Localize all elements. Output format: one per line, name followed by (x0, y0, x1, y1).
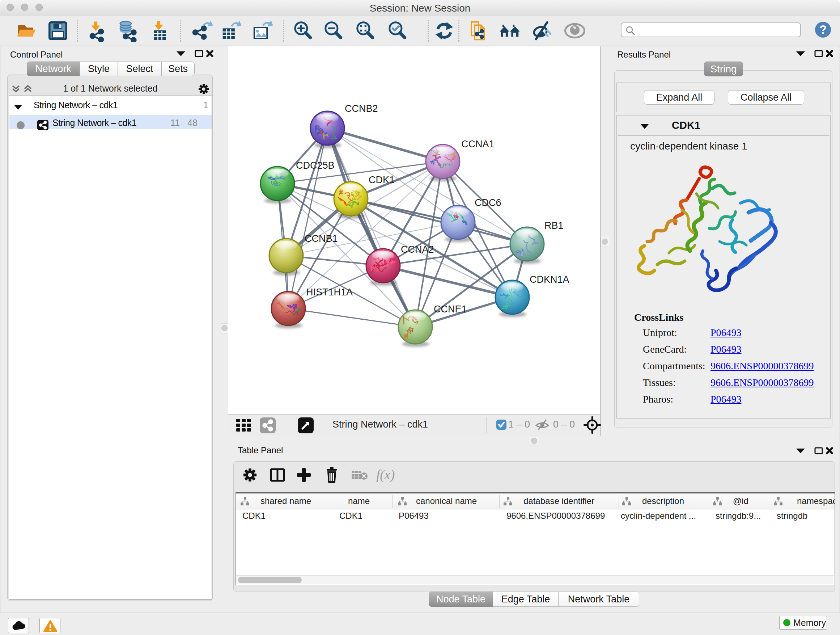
svg-text:CCNB1: CCNB1 (305, 233, 338, 244)
svg-text:CCNA1: CCNA1 (461, 139, 494, 149)
svg-text:CCNA2: CCNA2 (401, 244, 434, 255)
svg-text:CCNE1: CCNE1 (434, 304, 467, 315)
svg-text:CDC6: CDC6 (475, 197, 501, 208)
svg-text:HIST1H1A: HIST1H1A (306, 287, 353, 298)
svg-text:CDC25B: CDC25B (296, 160, 335, 171)
svg-text:CDKN1A: CDKN1A (530, 274, 569, 285)
svg-text:CDK1: CDK1 (369, 174, 395, 185)
svg-text:CCNB2: CCNB2 (345, 103, 378, 114)
svg-text:RB1: RB1 (545, 220, 564, 231)
